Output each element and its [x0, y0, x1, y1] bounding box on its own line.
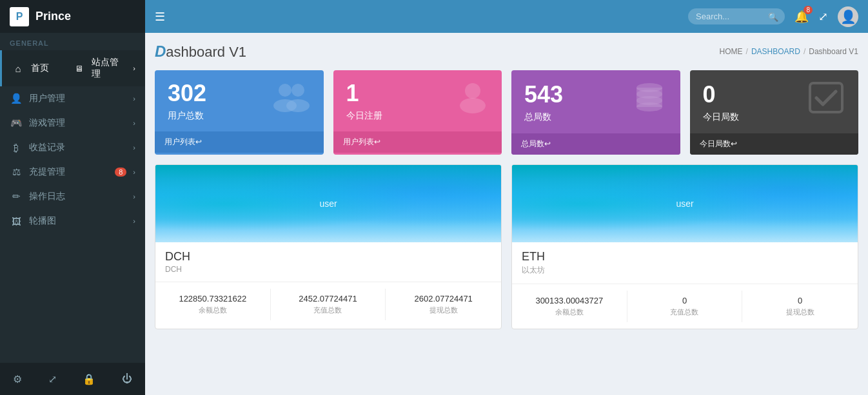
- sidebar-footer: ⚙ ⤢ 🔒 ⏻: [0, 363, 145, 395]
- sidebar-label-deposit: 充提管理: [29, 166, 108, 178]
- sidebar: P Prince GENERAL ⌂ 首页 🖥 站点管理 › 👤 用户管理 › …: [0, 0, 145, 395]
- stat-card-today-rounds: 0 今日局数 今日局数↩: [690, 70, 859, 155]
- dch-withdraw-label: 提现总数: [389, 305, 498, 315]
- bitcoin-icon: ₿: [10, 142, 23, 153]
- sidebar-label-carousel: 轮播图: [29, 215, 126, 227]
- sidebar-item-deposit[interactable]: ⚖ 充提管理 8 ›: [0, 160, 145, 184]
- sidebar-label-site: 站点管理: [92, 57, 126, 80]
- scale-icon: ⚖: [10, 166, 23, 178]
- dch-currency: DCH: [165, 250, 491, 264]
- sidebar-item-carousel[interactable]: 🖼 轮播图 ›: [0, 209, 145, 233]
- checkmark-icon: [807, 80, 845, 124]
- breadcrumb-current: Dashboard V1: [809, 47, 858, 56]
- total-users-num: 302: [168, 80, 206, 107]
- edit-icon: ✏: [10, 191, 23, 202]
- home-icon: ⌂: [12, 63, 25, 74]
- total-users-footer[interactable]: 用户列表↩: [155, 131, 324, 153]
- sidebar-item-game[interactable]: 🎮 游戏管理 ›: [0, 111, 145, 135]
- sidebar-label-home: 首页: [31, 63, 66, 74]
- svg-rect-13: [810, 83, 842, 112]
- dch-withdraw: 2602.07724471 提现总数: [386, 289, 501, 320]
- notification-badge: 8: [804, 6, 813, 14]
- search-container: 🔍: [688, 8, 785, 24]
- arrow-icon-log: ›: [133, 193, 135, 200]
- today-register-footer[interactable]: 用户列表↩: [333, 131, 502, 153]
- arrow-icon-deposit: ›: [133, 168, 135, 176]
- dch-balance-val: 122850.73321622: [159, 294, 267, 303]
- breadcrumb: HOME / DASHBOARD / Dashboard V1: [720, 47, 858, 56]
- sidebar-label-income: 收益记录: [29, 142, 126, 153]
- dch-balance-label: 余额总数: [159, 305, 267, 315]
- eth-withdraw-label: 提现总数: [745, 307, 854, 317]
- breadcrumb-sep2: /: [804, 47, 805, 56]
- sidebar-item-income[interactable]: ₿ 收益记录 ›: [0, 135, 145, 160]
- panel-eth-image: user: [512, 165, 858, 242]
- sidebar-label-game: 游戏管理: [29, 117, 126, 129]
- today-rounds-footer[interactable]: 今日局数↩: [690, 133, 859, 155]
- dch-stats: 122850.73321622 余额总数 2452.07724471 充值总数 …: [155, 282, 501, 327]
- lock-icon[interactable]: 🔒: [83, 373, 95, 385]
- svg-point-0: [279, 84, 291, 97]
- svg-point-4: [465, 83, 480, 99]
- hamburger-icon[interactable]: ☰: [155, 10, 165, 24]
- database-icon: [632, 80, 667, 124]
- search-icon: 🔍: [768, 12, 778, 21]
- dch-withdraw-val: 2602.07724471: [389, 294, 498, 303]
- breadcrumb-dashboard[interactable]: DASHBOARD: [751, 47, 800, 56]
- svg-point-12: [636, 102, 662, 111]
- arrow-icon-user: ›: [133, 95, 135, 102]
- sidebar-item-user[interactable]: 👤 用户管理 ›: [0, 86, 145, 111]
- fullscreen-icon[interactable]: ⤢: [818, 10, 828, 24]
- panel-dch-image-label: user: [319, 198, 337, 209]
- arrow-icon-carousel: ›: [133, 217, 135, 225]
- settings-icon[interactable]: ⚙: [13, 373, 22, 385]
- panel-dch: user DCH DCH 122850.73321622 余额总数 2452.0…: [155, 164, 502, 329]
- arrow-icon-income: ›: [133, 144, 135, 151]
- svg-point-1: [291, 84, 304, 97]
- eth-withdraw-val: 0: [745, 296, 854, 305]
- total-rounds-label: 总局数: [524, 111, 563, 123]
- stat-card-total-users: 302 用户总数 用户列表↩: [155, 70, 324, 155]
- eth-balance-label: 余额总数: [515, 307, 624, 317]
- sidebar-label-user: 用户管理: [29, 93, 126, 104]
- total-rounds-num: 543: [524, 81, 563, 108]
- power-icon[interactable]: ⏻: [122, 373, 132, 385]
- game-icon: 🎮: [10, 117, 23, 129]
- bottom-panels: user DCH DCH 122850.73321622 余额总数 2452.0…: [155, 164, 858, 329]
- eth-balance-val: 300133.00043727: [515, 296, 624, 305]
- page-header: Dashboard V1 HOME / DASHBOARD / Dashboar…: [155, 43, 858, 61]
- svg-point-3: [286, 99, 310, 112]
- eth-deposit-label: 充值总数: [631, 307, 739, 317]
- users-icon: [272, 81, 311, 122]
- panel-dch-image: user: [155, 165, 501, 242]
- eth-balance: 300133.00043727 余额总数: [512, 291, 627, 322]
- stat-cards-container: 302 用户总数 用户列表↩: [155, 70, 858, 155]
- svg-point-5: [460, 98, 486, 113]
- dch-balance: 122850.73321622 余额总数: [155, 289, 271, 320]
- total-users-label: 用户总数: [168, 110, 206, 122]
- sidebar-section-general: GENERAL: [0, 33, 145, 50]
- panel-eth-image-label: user: [676, 198, 693, 209]
- sidebar-item-log[interactable]: ✏ 操作日志 ›: [0, 184, 145, 209]
- today-rounds-num: 0: [703, 81, 739, 108]
- arrow-icon-site: ›: [133, 64, 135, 72]
- breadcrumb-sep1: /: [746, 47, 748, 56]
- app-title: Prince: [35, 10, 71, 23]
- eth-deposit: 0 充值总数: [627, 291, 743, 322]
- notification-icon[interactable]: 🔔 8: [794, 10, 809, 24]
- total-rounds-footer[interactable]: 总局数↩: [511, 133, 680, 155]
- eth-currency-sub: 以太坊: [522, 265, 848, 276]
- today-register-num: 1: [346, 80, 382, 107]
- avatar[interactable]: 👤: [838, 6, 858, 27]
- today-rounds-label: 今日局数: [703, 111, 739, 123]
- arrow-icon-game: ›: [133, 119, 135, 127]
- image-icon: 🖼: [10, 216, 23, 227]
- expand-icon[interactable]: ⤢: [48, 373, 57, 385]
- user-icon: 👤: [10, 93, 23, 104]
- sidebar-item-home[interactable]: ⌂ 首页 🖥 站点管理 ›: [0, 50, 145, 86]
- monitor-icon: 🖥: [72, 64, 85, 73]
- main-content: ☰ 🔍 🔔 8 ⤢ 👤 Dashboard V1 HOME / DASHBOAR…: [145, 0, 868, 395]
- breadcrumb-home[interactable]: HOME: [720, 47, 743, 56]
- stat-card-total-rounds: 543 总局数: [511, 70, 680, 155]
- eth-stats: 300133.00043727 余额总数 0 充值总数 0 提现总数: [512, 284, 858, 329]
